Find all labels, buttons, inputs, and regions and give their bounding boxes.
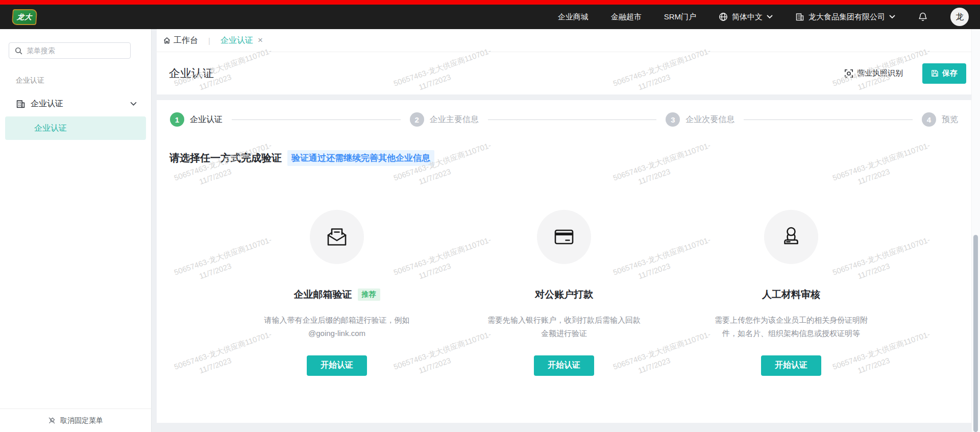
loading-progress-bar [0, 0, 980, 5]
bell-icon [918, 12, 928, 22]
vertical-scrollbar[interactable] [971, 29, 980, 432]
bank-card-icon [552, 225, 576, 249]
company-selector[interactable]: 龙大食品集团有限公司 [795, 12, 895, 22]
home-icon [163, 36, 171, 44]
company-name: 龙大食品集团有限公司 [808, 12, 885, 22]
brand-logo: 龙大 [12, 9, 37, 25]
stepper: 1 企业认证 2 企业主要信息 3 企业次要信息 4 预览 [157, 100, 971, 127]
nav-item-enterprise-mall[interactable]: 企业商城 [558, 12, 589, 22]
method-icon-circle [310, 210, 364, 264]
step-4-preview: 4 预览 [922, 112, 958, 127]
layout-gap [157, 94, 971, 100]
building-icon [795, 12, 804, 21]
verification-heading-note: 验证通过还需继续完善其他企业信息 [287, 150, 434, 166]
step-3-secondary-info: 3 企业次要信息 [666, 112, 734, 127]
avatar-initial: 龙 [955, 12, 964, 22]
breadcrumb-separator: | [208, 36, 210, 45]
method-icon-circle [537, 210, 591, 264]
sidebar-subitem-enterprise-auth-active[interactable]: 企业认证 [5, 116, 146, 140]
step-number: 3 [666, 112, 680, 127]
step-number: 4 [922, 112, 936, 127]
brand-logo-text: 龙大 [16, 12, 32, 21]
unpin-menu-label: 取消固定菜单 [60, 416, 103, 425]
page-title: 企业认证 [169, 66, 214, 81]
globe-icon [719, 12, 728, 21]
tab-close-icon[interactable]: × [258, 35, 263, 45]
language-label: 简体中文 [732, 12, 763, 22]
nav-item-finance-market[interactable]: 金融超市 [611, 12, 642, 22]
breadcrumb-home[interactable]: 工作台 [163, 35, 198, 46]
save-icon [931, 69, 939, 77]
method-title: 企业邮箱验证 [294, 288, 352, 301]
start-auth-button-bank[interactable]: 开始认证 [534, 355, 594, 376]
start-auth-button-manual[interactable]: 开始认证 [761, 355, 821, 376]
method-description-line2: @going-link.com [264, 327, 410, 340]
start-auth-button-email[interactable]: 开始认证 [307, 355, 367, 376]
breadcrumb: 工作台 | 企业认证 × [157, 29, 971, 52]
nav-item-srm-portal[interactable]: SRM门户 [664, 12, 696, 22]
method-title: 对公账户打款 [535, 288, 593, 301]
tab-label: 企业认证 [220, 35, 253, 46]
method-corporate-account-payment: 对公账户打款 需要先输入银行账户，收到打款后需输入回款 金额进行验证 开始认证 [451, 210, 678, 376]
menu-search-box[interactable] [9, 42, 131, 59]
save-button-label: 保存 [942, 68, 958, 78]
method-email-verification: 企业邮箱验证 推荐 请输入带有企业后缀的邮箱进行验证，例如 @going-lin… [224, 210, 451, 376]
method-description-line2: 金额进行验证 [487, 327, 641, 340]
content-card: 1 企业认证 2 企业主要信息 3 企业次要信息 4 预览 [157, 100, 971, 423]
sidebar-item-enterprise-auth[interactable]: 企业认证 [0, 95, 151, 112]
method-manual-review: 人工材料审核 需要上传您作为该企业员工的相关身份证明附 件，如名片、组织架构信息… [678, 210, 905, 376]
method-description: 请输入带有企业后缀的邮箱进行验证，例如 @going-link.com [264, 314, 410, 341]
business-license-ocr-button[interactable]: 营业执照识别 [844, 68, 903, 78]
building-icon [16, 99, 26, 109]
step-1-enterprise-auth: 1 企业认证 [170, 112, 223, 127]
chevron-down-icon [130, 102, 137, 106]
pin-slash-icon [48, 417, 56, 424]
method-description-line1: 请输入带有企业后缀的邮箱进行验证，例如 [264, 314, 410, 327]
step-label: 企业次要信息 [685, 114, 734, 125]
tab-enterprise-auth[interactable]: 企业认证 × [220, 35, 263, 46]
sidebar-item-label: 企业认证 [31, 99, 63, 109]
top-navbar: 龙大 企业商城 金融超市 SRM门户 简体中文 龙大食品集团有限公司 龙 [0, 5, 980, 29]
chevron-down-icon [889, 15, 895, 19]
unpin-menu-button[interactable]: 取消固定菜单 [0, 409, 151, 432]
method-description: 需要上传您作为该企业员工的相关身份证明附 件，如名片、组织架构信息或授权证明等 [715, 314, 868, 341]
breadcrumb-home-label: 工作台 [174, 35, 198, 46]
search-icon [15, 47, 22, 55]
scan-icon [844, 69, 853, 78]
menu-group-label: 企业认证 [16, 76, 151, 85]
verification-methods: 企业邮箱验证 推荐 请输入带有企业后缀的邮箱进行验证，例如 @going-lin… [157, 210, 971, 376]
method-description-line1: 需要上传您作为该企业员工的相关身份证明附 [715, 314, 868, 327]
method-description-line2: 件，如名片、组织架构信息或授权证明等 [715, 327, 868, 340]
step-connector [232, 119, 401, 120]
step-number: 2 [410, 112, 424, 127]
method-title: 人工材料审核 [762, 288, 820, 301]
step-2-main-info: 2 企业主要信息 [410, 112, 479, 127]
verification-heading: 请选择任一方式完成验证 [169, 151, 282, 165]
menu-search-input[interactable] [27, 46, 103, 55]
main-area: 工作台 | 企业认证 × 企业认证 营业执照识别 保存 1 [152, 29, 971, 432]
step-label: 预览 [942, 114, 958, 125]
email-icon [325, 225, 349, 249]
method-description: 需要先输入银行账户，收到打款后需输入回款 金额进行验证 [487, 314, 641, 341]
chevron-down-icon [767, 15, 773, 19]
save-button[interactable]: 保存 [922, 63, 966, 84]
recommended-badge: 推荐 [358, 289, 380, 301]
user-avatar[interactable]: 龙 [950, 8, 969, 26]
step-connector [744, 119, 913, 120]
notifications-button[interactable] [918, 12, 928, 22]
step-label: 企业主要信息 [430, 114, 479, 125]
sidebar-subitem-label: 企业认证 [34, 123, 67, 134]
stamp-icon [779, 225, 803, 249]
step-connector [488, 119, 657, 120]
method-description-line1: 需要先输入银行账户，收到打款后需输入回款 [487, 314, 641, 327]
step-number: 1 [170, 112, 184, 127]
language-selector[interactable]: 简体中文 [719, 12, 773, 22]
step-label: 企业认证 [190, 114, 223, 125]
page-header: 企业认证 营业执照识别 保存 [157, 52, 971, 94]
verification-heading-row: 请选择任一方式完成验证 验证通过还需继续完善其他企业信息 [169, 150, 971, 166]
method-icon-circle [764, 210, 818, 264]
sidebar: 企业认证 企业认证 企业认证 取消固定菜单 [0, 29, 152, 432]
business-license-ocr-label: 营业执照识别 [857, 68, 903, 78]
scrollbar-thumb[interactable] [973, 235, 978, 432]
